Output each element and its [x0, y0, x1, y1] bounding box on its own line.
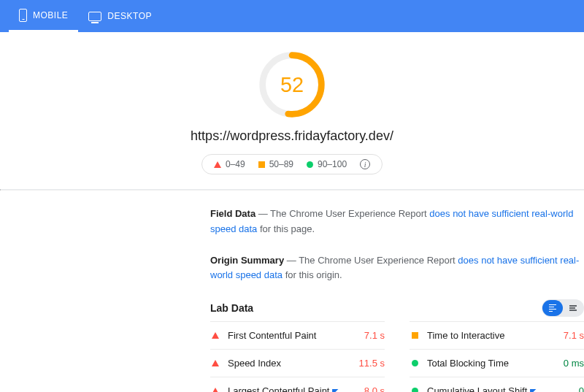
metric-name: Time to Interactive	[427, 330, 564, 341]
metric-value: 0 ms	[564, 358, 584, 369]
mobile-icon	[19, 9, 27, 22]
device-tabs: MOBILE DESKTOP	[0, 0, 584, 32]
square-orange-icon	[258, 161, 265, 168]
score-value: 52	[280, 73, 304, 96]
lab-metrics-grid: First Contentful Paint 7.1 s Time to Int…	[210, 321, 584, 392]
tab-mobile-label: MOBILE	[33, 10, 68, 20]
score-gauge: 52	[257, 50, 327, 120]
origin-summary-label: Origin Summary	[210, 255, 284, 266]
bars-icon	[549, 304, 556, 312]
desktop-icon	[88, 12, 101, 21]
tested-url: https://wordpress.fridayfactory.dev/	[0, 128, 584, 144]
toggle-expanded[interactable]	[542, 300, 563, 316]
square-orange-icon	[412, 332, 418, 339]
flag-icon: ◤	[332, 387, 338, 392]
metric-fcp[interactable]: First Contentful Paint 7.1 s	[210, 321, 385, 349]
metric-si[interactable]: Speed Index 11.5 s	[210, 349, 385, 377]
lab-data-heading: Lab Data	[210, 302, 253, 314]
section-divider	[0, 189, 584, 191]
toggle-compact[interactable]	[563, 300, 583, 316]
tab-desktop[interactable]: DESKTOP	[78, 0, 162, 32]
metric-name: Largest Contentful Paint◤	[228, 385, 364, 392]
metric-cls[interactable]: Cumulative Layout Shift◤ 0	[410, 377, 584, 392]
tab-mobile[interactable]: MOBILE	[9, 0, 78, 32]
info-icon[interactable]: i	[360, 159, 370, 169]
metric-value: 11.5 s	[359, 358, 385, 369]
field-data-text: Field Data — The Chrome User Experience …	[210, 207, 584, 237]
triangle-red-icon	[212, 332, 219, 339]
tab-desktop-label: DESKTOP	[107, 11, 152, 21]
legend-high: 90–100	[318, 159, 347, 169]
triangle-red-icon	[212, 360, 219, 366]
metric-tbt[interactable]: Total Blocking Time 0 ms	[410, 349, 584, 377]
metric-name: Total Blocking Time	[427, 358, 564, 369]
lines-icon	[569, 305, 577, 311]
circle-green-icon	[307, 161, 313, 168]
flag-icon: ◤	[530, 387, 536, 392]
metric-value: 7.1 s	[564, 330, 584, 341]
metric-value: 0	[579, 385, 584, 392]
triangle-red-icon	[214, 161, 221, 168]
metric-tti[interactable]: Time to Interactive 7.1 s	[410, 321, 584, 349]
triangle-red-icon	[212, 388, 219, 392]
metric-value: 7.1 s	[364, 330, 385, 341]
legend-low: 0–49	[226, 159, 245, 169]
circle-green-icon	[412, 388, 418, 392]
origin-summary-text: Origin Summary — The Chrome User Experie…	[210, 253, 584, 284]
metric-name: First Contentful Paint	[228, 330, 364, 341]
legend-mid: 50–89	[269, 159, 293, 169]
circle-green-icon	[412, 360, 418, 366]
score-summary: 52 https://wordpress.fridayfactory.dev/ …	[0, 32, 584, 189]
metric-name: Speed Index	[228, 358, 359, 369]
score-legend: 0–49 50–89 90–100 i	[201, 154, 383, 174]
lab-view-toggle[interactable]	[542, 299, 584, 317]
metric-lcp[interactable]: Largest Contentful Paint◤ 8.0 s	[210, 377, 385, 392]
field-data-label: Field Data	[210, 208, 256, 219]
metric-name: Cumulative Layout Shift◤	[427, 385, 579, 392]
metric-value: 8.0 s	[364, 385, 385, 392]
